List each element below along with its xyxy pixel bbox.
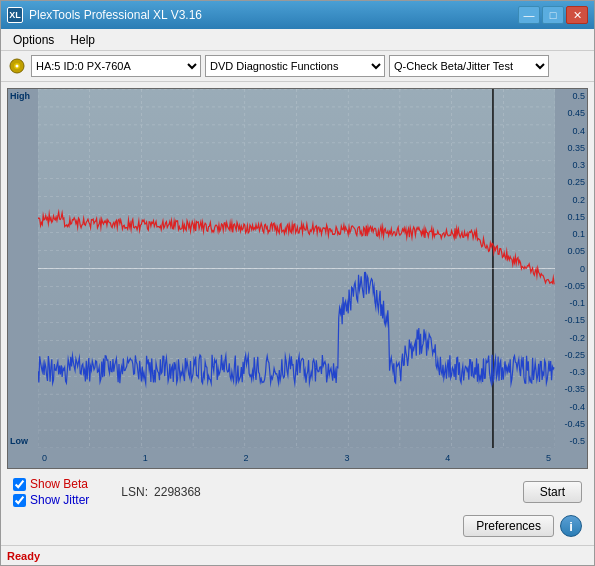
y-right-19: -0.45: [564, 419, 585, 429]
toolbar: HA:5 ID:0 PX-760A DVD Diagnostic Functio…: [1, 51, 594, 82]
show-beta-label: Show Beta: [30, 477, 88, 491]
y-high-label: High: [10, 91, 36, 101]
y-right-15: -0.25: [564, 350, 585, 360]
x-axis: 0 1 2 3 4 5: [38, 448, 555, 468]
chart-canvas: [38, 89, 555, 448]
svg-point-2: [16, 65, 19, 68]
main-window: XL PlexTools Professional XL V3.16 — □ ✕…: [0, 0, 595, 566]
show-jitter-row: Show Jitter: [13, 493, 89, 507]
y-right-7: 0.15: [567, 212, 585, 222]
chart-area: High Low 0.5 0.45 0.4 0.35 0.3 0.25 0.2 …: [7, 88, 588, 469]
x-label-3: 3: [344, 453, 349, 463]
y-right-6: 0.2: [572, 195, 585, 205]
show-beta-checkbox[interactable]: [13, 478, 26, 491]
app-logo: XL: [7, 7, 23, 23]
lsn-value: 2298368: [154, 485, 201, 499]
x-label-5: 5: [546, 453, 551, 463]
main-content: High Low 0.5 0.45 0.4 0.35 0.3 0.25 0.2 …: [1, 82, 594, 545]
y-right-0: 0.5: [572, 91, 585, 101]
y-right-12: -0.1: [569, 298, 585, 308]
y-right-20: -0.5: [569, 436, 585, 446]
y-axis-left: High Low: [8, 89, 38, 448]
maximize-button[interactable]: □: [542, 6, 564, 24]
status-text: Ready: [7, 550, 40, 562]
info-button[interactable]: i: [560, 515, 582, 537]
lsn-area: LSN: 2298368: [121, 485, 200, 499]
y-right-11: -0.05: [564, 281, 585, 291]
show-jitter-checkbox[interactable]: [13, 494, 26, 507]
y-right-16: -0.3: [569, 367, 585, 377]
drive-select[interactable]: HA:5 ID:0 PX-760A: [31, 55, 201, 77]
window-title: PlexTools Professional XL V3.16: [29, 8, 202, 22]
y-right-17: -0.35: [564, 384, 585, 394]
close-button[interactable]: ✕: [566, 6, 588, 24]
y-right-14: -0.2: [569, 333, 585, 343]
drive-icon: [7, 56, 27, 76]
x-label-4: 4: [445, 453, 450, 463]
checkbox-group: Show Beta Show Jitter: [13, 477, 89, 507]
x-label-2: 2: [244, 453, 249, 463]
x-label-0: 0: [42, 453, 47, 463]
function-select[interactable]: DVD Diagnostic Functions: [205, 55, 385, 77]
test-select[interactable]: Q-Check Beta/Jitter Test: [389, 55, 549, 77]
menu-bar: Options Help: [1, 29, 594, 51]
title-bar-left: XL PlexTools Professional XL V3.16: [7, 7, 202, 23]
title-bar: XL PlexTools Professional XL V3.16 — □ ✕: [1, 1, 594, 29]
y-right-4: 0.3: [572, 160, 585, 170]
show-jitter-label: Show Jitter: [30, 493, 89, 507]
y-right-5: 0.25: [567, 177, 585, 187]
status-bar: Ready: [1, 545, 594, 565]
window-controls: — □ ✕: [518, 6, 588, 24]
bottom-bar: Show Beta Show Jitter LSN: 2298368 Start: [5, 473, 590, 511]
menu-help[interactable]: Help: [62, 31, 103, 49]
y-right-13: -0.15: [564, 315, 585, 325]
y-right-18: -0.4: [569, 402, 585, 412]
preferences-button[interactable]: Preferences: [463, 515, 554, 537]
y-low-label: Low: [10, 436, 36, 446]
y-right-2: 0.4: [572, 126, 585, 136]
action-bar: Preferences i: [5, 513, 590, 541]
y-right-10: 0: [580, 264, 585, 274]
y-right-8: 0.1: [572, 229, 585, 239]
show-beta-row: Show Beta: [13, 477, 89, 491]
y-right-1: 0.45: [567, 108, 585, 118]
y-axis-right: 0.5 0.45 0.4 0.35 0.3 0.25 0.2 0.15 0.1 …: [555, 89, 587, 448]
y-right-3: 0.35: [567, 143, 585, 153]
x-label-1: 1: [143, 453, 148, 463]
menu-options[interactable]: Options: [5, 31, 62, 49]
start-button[interactable]: Start: [523, 481, 582, 503]
lsn-label: LSN:: [121, 485, 148, 499]
y-right-9: 0.05: [567, 246, 585, 256]
chart-plot: [38, 89, 555, 448]
minimize-button[interactable]: —: [518, 6, 540, 24]
